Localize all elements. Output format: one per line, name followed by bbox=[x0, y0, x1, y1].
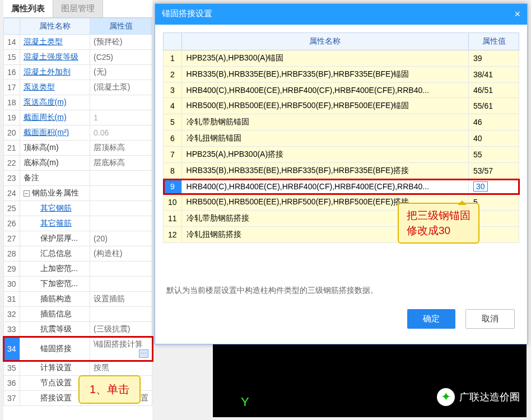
table-row[interactable]: 33抗震等级(三级抗震) bbox=[4, 322, 152, 337]
table-row[interactable]: 29上加密范... bbox=[4, 262, 152, 277]
canvas-area[interactable]: Y bbox=[213, 344, 527, 417]
value-edit[interactable]: 30 bbox=[473, 181, 488, 192]
ok-button[interactable]: 确定 bbox=[407, 309, 455, 329]
cancel-button[interactable]: 取消 bbox=[465, 309, 515, 329]
table-row[interactable]: 22底标高(m)层底标高 bbox=[4, 156, 152, 171]
table-row[interactable]: 23备注 bbox=[4, 171, 152, 186]
tip-change: 把三级钢锚固 修改成30 bbox=[398, 203, 479, 244]
tab-attrs[interactable]: 属性列表 bbox=[3, 0, 53, 17]
close-icon[interactable]: × bbox=[514, 8, 520, 20]
table-row[interactable]: 19截面周长(m)1 bbox=[4, 110, 152, 125]
dialog-anchor-lap: 锚固搭接设置 × 属性名称属性值 1HPB235(A),HPB300(A)锚固3… bbox=[155, 3, 528, 344]
dlg-note: 默认为当前楼层设置中构造柱构件类型的三级钢筋搭接数据。 bbox=[166, 286, 519, 296]
table-row[interactable]: 27保护层厚...(20) bbox=[4, 231, 152, 246]
table-row[interactable]: 5冷轧带肋钢筋锚固46 bbox=[164, 114, 519, 130]
table-row[interactable]: 21顶标高(m)层顶标高 bbox=[4, 141, 152, 156]
axis-y-label: Y bbox=[241, 395, 249, 409]
table-row[interactable]: 6冷轧扭钢筋锚固40 bbox=[164, 130, 519, 147]
table-row[interactable]: 7HPB235(A),HPB300(A)搭接55 bbox=[164, 147, 519, 163]
table-row[interactable]: 2HRB335(B),HRB335E(BE),HRBF335(BF),HRBF3… bbox=[164, 67, 519, 83]
watermark: ✦ 广联达造价圈 bbox=[437, 388, 520, 406]
table-row[interactable]: 25其它钢筋 bbox=[4, 201, 152, 216]
table-row[interactable]: 4HRB500(E),HRB500E(EE),HRBF500(EF),HRBF5… bbox=[164, 98, 519, 114]
left-col-name: 属性名称 bbox=[20, 18, 90, 35]
table-row[interactable]: 8HRB335(B),HRB335E(BE),HRBF335(BF),HRBF3… bbox=[164, 163, 519, 179]
tip-click: 1、单击 bbox=[78, 375, 141, 404]
dlg-col-val: 属性值 bbox=[469, 33, 519, 50]
table-row[interactable]: 9HRB400(C),HRB400E(CE),HRBF400(CF),HRBF4… bbox=[164, 179, 519, 194]
table-row[interactable]: 16混凝土外加剂(无) bbox=[4, 65, 152, 80]
table-row[interactable]: 32插筋信息 bbox=[4, 307, 152, 322]
table-row[interactable]: 1HPB235(A),HPB300(A)锚固39 bbox=[164, 50, 519, 67]
table-row[interactable]: 35计算设置按黑 bbox=[4, 361, 152, 376]
table-row[interactable]: 26其它箍筋 bbox=[4, 216, 152, 231]
left-panel: 属性列表 图层管理 属性名称属性值 14混凝土类型(预拌砼)15混凝土强度等级(… bbox=[3, 0, 152, 420]
table-row[interactable]: 24−钢筋业务属性 bbox=[4, 186, 152, 201]
dialog-title: 锚固搭接设置 bbox=[162, 8, 212, 20]
table-row[interactable]: 34锚固搭接\锚固搭接计算⋯ bbox=[4, 337, 152, 361]
tabs: 属性列表 图层管理 bbox=[3, 0, 152, 18]
table-row[interactable]: 14混凝土类型(预拌砼) bbox=[4, 35, 152, 50]
browse-button[interactable]: ⋯ bbox=[139, 349, 148, 358]
table-row[interactable]: 20截面面积(m²)0.06 bbox=[4, 125, 152, 141]
left-grid: 属性名称属性值 14混凝土类型(预拌砼)15混凝土强度等级(C25)16混凝土外… bbox=[3, 18, 152, 406]
table-row[interactable]: 3HRB400(C),HRB400E(CE),HRBF400(CF),HRBF4… bbox=[164, 83, 519, 98]
table-row[interactable]: 17泵送类型(混凝土泵) bbox=[4, 80, 152, 95]
table-row[interactable]: 31插筋构造设置插筋 bbox=[4, 292, 152, 307]
tab-layers[interactable]: 图层管理 bbox=[53, 0, 103, 17]
left-col-val: 属性值 bbox=[90, 18, 152, 35]
table-row[interactable]: 28汇总信息(构造柱) bbox=[4, 246, 152, 262]
table-row[interactable]: 30下加密范... bbox=[4, 277, 152, 292]
wechat-icon: ✦ bbox=[437, 388, 455, 406]
dlg-col-name: 属性名称 bbox=[181, 33, 468, 50]
table-row[interactable]: 18泵送高度(m) bbox=[4, 95, 152, 110]
table-row[interactable]: 15混凝土强度等级(C25) bbox=[4, 50, 152, 65]
